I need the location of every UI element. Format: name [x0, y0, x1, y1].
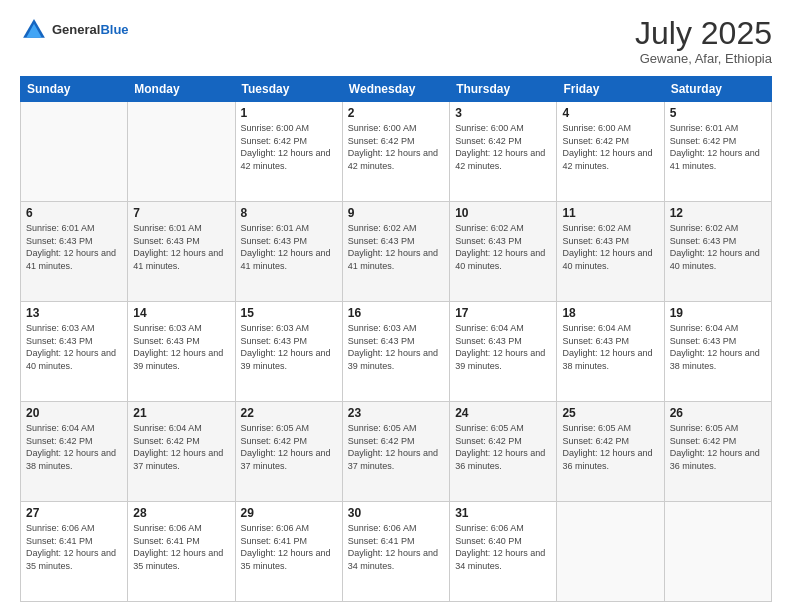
day-info: Sunrise: 6:03 AM Sunset: 6:43 PM Dayligh… — [26, 322, 122, 372]
day-info: Sunrise: 6:05 AM Sunset: 6:42 PM Dayligh… — [562, 422, 658, 472]
day-number: 27 — [26, 506, 122, 520]
calendar-day-cell — [21, 102, 128, 202]
calendar-day-cell: 10Sunrise: 6:02 AM Sunset: 6:43 PM Dayli… — [450, 202, 557, 302]
calendar-day-cell: 3Sunrise: 6:00 AM Sunset: 6:42 PM Daylig… — [450, 102, 557, 202]
col-thursday: Thursday — [450, 77, 557, 102]
day-info: Sunrise: 6:05 AM Sunset: 6:42 PM Dayligh… — [348, 422, 444, 472]
day-number: 3 — [455, 106, 551, 120]
calendar-day-cell: 17Sunrise: 6:04 AM Sunset: 6:43 PM Dayli… — [450, 302, 557, 402]
calendar-day-cell: 13Sunrise: 6:03 AM Sunset: 6:43 PM Dayli… — [21, 302, 128, 402]
day-info: Sunrise: 6:00 AM Sunset: 6:42 PM Dayligh… — [562, 122, 658, 172]
col-friday: Friday — [557, 77, 664, 102]
calendar-day-cell: 21Sunrise: 6:04 AM Sunset: 6:42 PM Dayli… — [128, 402, 235, 502]
day-number: 4 — [562, 106, 658, 120]
day-info: Sunrise: 6:03 AM Sunset: 6:43 PM Dayligh… — [348, 322, 444, 372]
day-number: 9 — [348, 206, 444, 220]
calendar-day-cell: 7Sunrise: 6:01 AM Sunset: 6:43 PM Daylig… — [128, 202, 235, 302]
calendar-day-cell: 20Sunrise: 6:04 AM Sunset: 6:42 PM Dayli… — [21, 402, 128, 502]
calendar-day-cell: 30Sunrise: 6:06 AM Sunset: 6:41 PM Dayli… — [342, 502, 449, 602]
calendar-day-cell: 15Sunrise: 6:03 AM Sunset: 6:43 PM Dayli… — [235, 302, 342, 402]
day-number: 6 — [26, 206, 122, 220]
calendar-day-cell — [128, 102, 235, 202]
calendar-table: Sunday Monday Tuesday Wednesday Thursday… — [20, 76, 772, 602]
calendar-day-cell: 1Sunrise: 6:00 AM Sunset: 6:42 PM Daylig… — [235, 102, 342, 202]
day-number: 8 — [241, 206, 337, 220]
calendar-day-cell: 12Sunrise: 6:02 AM Sunset: 6:43 PM Dayli… — [664, 202, 771, 302]
col-monday: Monday — [128, 77, 235, 102]
page: GeneralBlue July 2025 Gewane, Afar, Ethi… — [0, 0, 792, 612]
calendar-day-cell: 9Sunrise: 6:02 AM Sunset: 6:43 PM Daylig… — [342, 202, 449, 302]
day-info: Sunrise: 6:04 AM Sunset: 6:43 PM Dayligh… — [670, 322, 766, 372]
calendar-header-row: Sunday Monday Tuesday Wednesday Thursday… — [21, 77, 772, 102]
day-info: Sunrise: 6:06 AM Sunset: 6:40 PM Dayligh… — [455, 522, 551, 572]
day-info: Sunrise: 6:04 AM Sunset: 6:42 PM Dayligh… — [133, 422, 229, 472]
col-tuesday: Tuesday — [235, 77, 342, 102]
day-number: 15 — [241, 306, 337, 320]
day-number: 19 — [670, 306, 766, 320]
calendar-week-row: 13Sunrise: 6:03 AM Sunset: 6:43 PM Dayli… — [21, 302, 772, 402]
logo-general: General — [52, 22, 100, 37]
header: GeneralBlue July 2025 Gewane, Afar, Ethi… — [20, 16, 772, 66]
day-number: 29 — [241, 506, 337, 520]
day-info: Sunrise: 6:02 AM Sunset: 6:43 PM Dayligh… — [348, 222, 444, 272]
calendar-day-cell: 16Sunrise: 6:03 AM Sunset: 6:43 PM Dayli… — [342, 302, 449, 402]
logo-text: GeneralBlue — [52, 22, 129, 38]
col-wednesday: Wednesday — [342, 77, 449, 102]
calendar-day-cell: 22Sunrise: 6:05 AM Sunset: 6:42 PM Dayli… — [235, 402, 342, 502]
day-number: 16 — [348, 306, 444, 320]
calendar-day-cell: 31Sunrise: 6:06 AM Sunset: 6:40 PM Dayli… — [450, 502, 557, 602]
day-info: Sunrise: 6:02 AM Sunset: 6:43 PM Dayligh… — [562, 222, 658, 272]
day-info: Sunrise: 6:04 AM Sunset: 6:42 PM Dayligh… — [26, 422, 122, 472]
day-info: Sunrise: 6:00 AM Sunset: 6:42 PM Dayligh… — [241, 122, 337, 172]
day-info: Sunrise: 6:01 AM Sunset: 6:43 PM Dayligh… — [133, 222, 229, 272]
day-info: Sunrise: 6:06 AM Sunset: 6:41 PM Dayligh… — [348, 522, 444, 572]
day-number: 30 — [348, 506, 444, 520]
month-title: July 2025 — [635, 16, 772, 51]
day-info: Sunrise: 6:02 AM Sunset: 6:43 PM Dayligh… — [670, 222, 766, 272]
day-number: 10 — [455, 206, 551, 220]
logo-icon — [20, 16, 48, 44]
calendar-week-row: 27Sunrise: 6:06 AM Sunset: 6:41 PM Dayli… — [21, 502, 772, 602]
calendar-day-cell: 2Sunrise: 6:00 AM Sunset: 6:42 PM Daylig… — [342, 102, 449, 202]
title-block: July 2025 Gewane, Afar, Ethiopia — [635, 16, 772, 66]
calendar-day-cell: 26Sunrise: 6:05 AM Sunset: 6:42 PM Dayli… — [664, 402, 771, 502]
day-number: 2 — [348, 106, 444, 120]
day-number: 23 — [348, 406, 444, 420]
calendar-day-cell: 5Sunrise: 6:01 AM Sunset: 6:42 PM Daylig… — [664, 102, 771, 202]
calendar-day-cell: 19Sunrise: 6:04 AM Sunset: 6:43 PM Dayli… — [664, 302, 771, 402]
day-info: Sunrise: 6:06 AM Sunset: 6:41 PM Dayligh… — [133, 522, 229, 572]
calendar-week-row: 20Sunrise: 6:04 AM Sunset: 6:42 PM Dayli… — [21, 402, 772, 502]
day-info: Sunrise: 6:06 AM Sunset: 6:41 PM Dayligh… — [241, 522, 337, 572]
day-info: Sunrise: 6:01 AM Sunset: 6:43 PM Dayligh… — [241, 222, 337, 272]
calendar-day-cell: 29Sunrise: 6:06 AM Sunset: 6:41 PM Dayli… — [235, 502, 342, 602]
calendar-day-cell: 24Sunrise: 6:05 AM Sunset: 6:42 PM Dayli… — [450, 402, 557, 502]
calendar-day-cell: 28Sunrise: 6:06 AM Sunset: 6:41 PM Dayli… — [128, 502, 235, 602]
calendar-day-cell: 18Sunrise: 6:04 AM Sunset: 6:43 PM Dayli… — [557, 302, 664, 402]
col-saturday: Saturday — [664, 77, 771, 102]
calendar-day-cell: 27Sunrise: 6:06 AM Sunset: 6:41 PM Dayli… — [21, 502, 128, 602]
calendar-day-cell: 25Sunrise: 6:05 AM Sunset: 6:42 PM Dayli… — [557, 402, 664, 502]
logo: GeneralBlue — [20, 16, 129, 44]
day-number: 28 — [133, 506, 229, 520]
day-number: 14 — [133, 306, 229, 320]
day-info: Sunrise: 6:04 AM Sunset: 6:43 PM Dayligh… — [455, 322, 551, 372]
calendar-day-cell: 4Sunrise: 6:00 AM Sunset: 6:42 PM Daylig… — [557, 102, 664, 202]
day-number: 1 — [241, 106, 337, 120]
logo-blue: Blue — [100, 22, 128, 37]
day-info: Sunrise: 6:05 AM Sunset: 6:42 PM Dayligh… — [670, 422, 766, 472]
day-number: 25 — [562, 406, 658, 420]
calendar-week-row: 6Sunrise: 6:01 AM Sunset: 6:43 PM Daylig… — [21, 202, 772, 302]
day-info: Sunrise: 6:05 AM Sunset: 6:42 PM Dayligh… — [455, 422, 551, 472]
calendar-day-cell: 6Sunrise: 6:01 AM Sunset: 6:43 PM Daylig… — [21, 202, 128, 302]
day-info: Sunrise: 6:06 AM Sunset: 6:41 PM Dayligh… — [26, 522, 122, 572]
calendar-day-cell: 11Sunrise: 6:02 AM Sunset: 6:43 PM Dayli… — [557, 202, 664, 302]
day-number: 12 — [670, 206, 766, 220]
day-info: Sunrise: 6:03 AM Sunset: 6:43 PM Dayligh… — [133, 322, 229, 372]
day-info: Sunrise: 6:00 AM Sunset: 6:42 PM Dayligh… — [455, 122, 551, 172]
calendar-week-row: 1Sunrise: 6:00 AM Sunset: 6:42 PM Daylig… — [21, 102, 772, 202]
day-number: 20 — [26, 406, 122, 420]
day-number: 21 — [133, 406, 229, 420]
day-number: 17 — [455, 306, 551, 320]
day-info: Sunrise: 6:01 AM Sunset: 6:43 PM Dayligh… — [26, 222, 122, 272]
calendar-day-cell: 14Sunrise: 6:03 AM Sunset: 6:43 PM Dayli… — [128, 302, 235, 402]
